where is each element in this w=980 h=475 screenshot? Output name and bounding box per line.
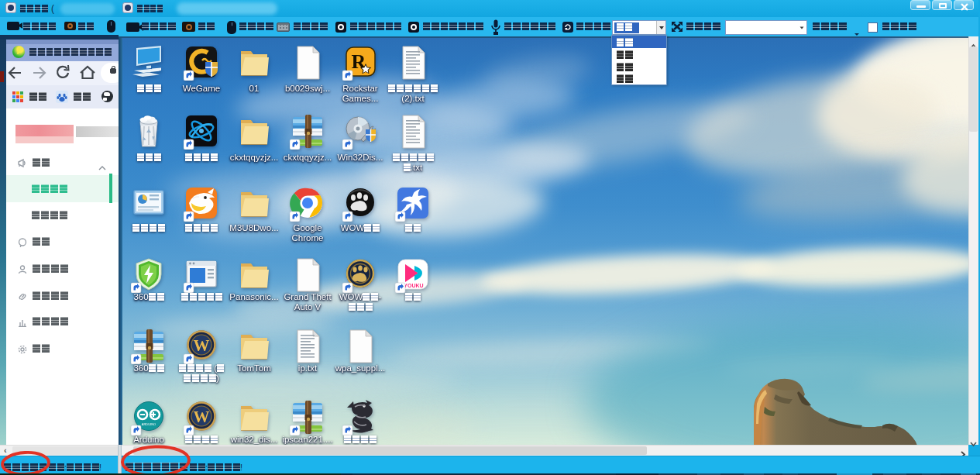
svg-text:YOUKU: YOUKU [404,283,423,288]
svg-text:ARDUINO: ARDUINO [142,422,156,426]
svg-text:W: W [194,336,210,355]
svg-text:W: W [194,408,210,426]
